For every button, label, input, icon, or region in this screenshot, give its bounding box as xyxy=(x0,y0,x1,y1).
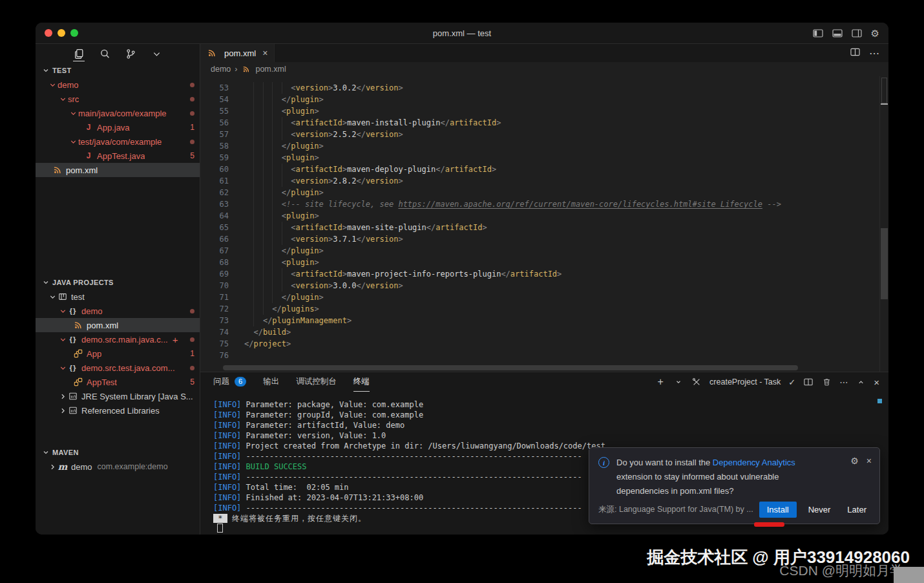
source-control-icon[interactable] xyxy=(125,45,136,62)
terminal-task-label[interactable]: createProject - Task xyxy=(709,377,781,387)
tree-item-app[interactable]: App1 xyxy=(36,346,200,361)
tree-item-label: main/java/com/example xyxy=(78,109,167,118)
line-number[interactable]: 71 xyxy=(200,292,229,303)
panel-more-icon[interactable]: ⋯ xyxy=(839,377,848,387)
tree-item-apptest[interactable]: AppTest5 xyxy=(36,375,200,389)
kill-terminal-trash-icon[interactable] xyxy=(821,377,832,387)
tree-item-demo[interactable]: mdemocom.example:demo xyxy=(36,460,200,474)
tab-pom-xml[interactable]: pom.xml × xyxy=(200,44,275,62)
line-number[interactable]: 64 xyxy=(200,210,229,222)
zoom-window-button[interactable] xyxy=(70,29,78,37)
tree-item-app-java[interactable]: JApp.java1 xyxy=(36,120,200,134)
line-number[interactable]: 62 xyxy=(200,187,229,198)
line-number[interactable]: 63 xyxy=(200,198,229,210)
tree-item-main-java-com-example[interactable]: main/java/com/example xyxy=(36,106,200,120)
code-line: 54 </plugin> xyxy=(200,94,888,105)
breadcrumb-item-demo[interactable]: demo xyxy=(211,65,231,74)
line-number[interactable]: 70 xyxy=(200,280,229,292)
panel-tab-调试控制台[interactable]: 调试控制台 xyxy=(296,372,337,392)
line-number[interactable]: 68 xyxy=(200,257,229,268)
section-header-maven[interactable]: MAVEN xyxy=(36,445,200,460)
line-number[interactable]: 57 xyxy=(200,129,229,140)
scrollbar-thumb[interactable] xyxy=(881,78,887,103)
never-button[interactable]: Never xyxy=(803,502,836,518)
section-header-java-projects[interactable]: JAVA PROJECTS xyxy=(36,275,200,290)
more-actions-icon[interactable]: ⋯ xyxy=(869,47,879,59)
close-tab-icon[interactable]: × xyxy=(262,48,268,58)
line-number[interactable]: 69 xyxy=(200,268,229,280)
error-dot-badge xyxy=(190,97,194,101)
line-number[interactable]: 59 xyxy=(200,152,229,164)
line-number[interactable]: 65 xyxy=(200,222,229,233)
problems-count-badge: 6 xyxy=(235,377,246,387)
files-icon[interactable] xyxy=(73,45,85,62)
dependency-analytics-link[interactable]: Dependency Analytics xyxy=(713,458,795,467)
tree-item-demo-src-test-java-com-[interactable]: {}demo.src.test.java.com... xyxy=(36,361,200,375)
explorer-empty-space xyxy=(36,177,200,275)
panel-tab-输出[interactable]: 输出 xyxy=(263,372,279,392)
tree-item-pom-xml[interactable]: pom.xml xyxy=(36,318,200,332)
line-number[interactable]: 67 xyxy=(200,245,229,257)
horizontal-scrollbar[interactable] xyxy=(223,365,798,370)
line-number[interactable]: 73 xyxy=(200,315,229,326)
vertical-scrollbar[interactable] xyxy=(879,76,888,372)
minimize-window-button[interactable] xyxy=(58,29,65,37)
code-line: 76 xyxy=(200,350,888,361)
line-number[interactable]: 74 xyxy=(200,326,229,338)
line-number[interactable]: 55 xyxy=(200,105,229,117)
customize-layout-gear-icon[interactable]: ⚙ xyxy=(871,28,879,38)
more-views-chevron-icon[interactable] xyxy=(151,45,162,62)
code-line: 66 <version>3.7.1</version> xyxy=(200,233,888,245)
scrollbar-region[interactable] xyxy=(881,228,888,299)
tree-item-demo[interactable]: {}demo xyxy=(36,304,200,318)
maximize-panel-chevron-icon[interactable] xyxy=(856,377,866,387)
tree-item-apptest-java[interactable]: JAppTest.java5 xyxy=(36,149,200,163)
notification-close-icon[interactable]: × xyxy=(866,456,872,498)
line-number[interactable]: 60 xyxy=(200,164,229,175)
tree-item-jre-system-library-java-s-[interactable]: JRE System Library [Java S... xyxy=(36,389,200,403)
tree-item-referenced-libraries[interactable]: Referenced Libraries xyxy=(36,403,200,418)
toggle-secondary-sidebar-icon[interactable] xyxy=(852,29,862,37)
close-panel-icon[interactable]: × xyxy=(874,377,879,388)
tree-item-src[interactable]: src xyxy=(36,92,200,106)
split-terminal-icon[interactable] xyxy=(803,377,814,387)
code-line: 62 </plugin> xyxy=(200,187,888,198)
split-editor-icon[interactable] xyxy=(850,47,860,59)
terminal-line: [INFO] Parameter: artifactId, Value: dem… xyxy=(213,420,878,430)
code-editor[interactable]: 53 <version>3.0.2</version>54 </plugin>5… xyxy=(200,76,888,372)
maven-tree: mdemocom.example:demo xyxy=(36,460,200,474)
line-number[interactable]: 72 xyxy=(200,303,229,315)
panel-tab-终端[interactable]: 终端 xyxy=(353,372,370,392)
line-number[interactable]: 61 xyxy=(200,175,229,187)
breadcrumb-item-pom-xml[interactable]: pom.xml xyxy=(255,65,286,74)
chevron-right-icon xyxy=(47,461,58,472)
line-number[interactable]: 53 xyxy=(200,82,229,94)
install-button[interactable]: Install xyxy=(759,502,797,518)
error-dot-badge xyxy=(190,309,194,313)
toggle-sidebar-icon[interactable] xyxy=(813,29,823,37)
toggle-panel-icon[interactable] xyxy=(832,29,843,37)
tree-item-label: demo xyxy=(81,306,103,316)
line-number[interactable]: 56 xyxy=(200,117,229,129)
new-item-plus-icon[interactable]: + xyxy=(173,335,178,344)
line-number[interactable]: 54 xyxy=(200,94,229,105)
code-line: 67 </plugin> xyxy=(200,245,888,257)
tree-item-demo[interactable]: demo xyxy=(36,78,200,92)
panel-tab-问题[interactable]: 问题6 xyxy=(213,372,246,392)
line-number[interactable]: 76 xyxy=(200,350,229,361)
terminal-picker-chevron-icon[interactable] xyxy=(673,377,684,387)
notification-gear-icon[interactable]: ⚙ xyxy=(850,456,859,498)
tree-item-test-java-com-example[interactable]: test/java/com/example xyxy=(36,134,200,149)
tree-item-test[interactable]: test xyxy=(36,290,200,304)
line-number[interactable]: 58 xyxy=(200,140,229,152)
tree-item-pom-xml[interactable]: pom.xml xyxy=(36,163,200,177)
tree-item-demo-src-main-java-c-[interactable]: {}demo.src.main.java.c...+ xyxy=(36,332,200,346)
search-icon[interactable] xyxy=(99,45,110,62)
line-number[interactable]: 75 xyxy=(200,338,229,350)
close-window-button[interactable] xyxy=(45,29,52,37)
later-button[interactable]: Later xyxy=(842,502,872,518)
section-header-test[interactable]: TEST xyxy=(36,63,200,78)
new-terminal-plus-icon[interactable]: + xyxy=(655,377,666,387)
xml-file-icon xyxy=(207,48,217,58)
line-number[interactable]: 66 xyxy=(200,233,229,245)
